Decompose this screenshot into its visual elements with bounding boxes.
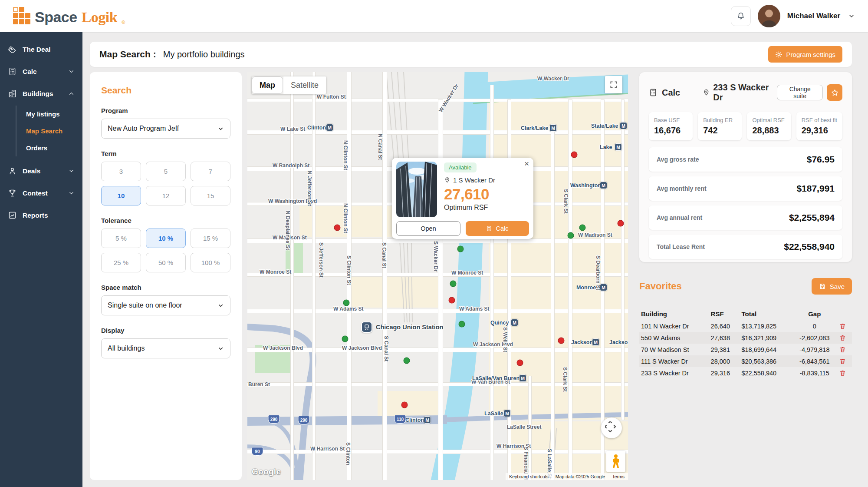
popup-optimum-rsf-caption: Optimum RSF bbox=[444, 204, 495, 212]
pan-control[interactable] bbox=[601, 417, 622, 438]
delete-favorite-button[interactable] bbox=[839, 334, 846, 341]
calc-rows: Avg gross rate$76.95Avg monthly rent$187… bbox=[649, 147, 842, 259]
google-logo: Google bbox=[252, 467, 281, 477]
map-canvas[interactable]: Chicago Union Station W Fulton StW Lake … bbox=[247, 72, 628, 480]
trophy-icon bbox=[8, 189, 17, 198]
calc-row: Avg annual rent$2,255,894 bbox=[649, 205, 842, 230]
tolerance-option-15%[interactable]: 15 % bbox=[191, 229, 230, 248]
map-type-satellite-button[interactable]: Satellite bbox=[283, 76, 326, 94]
building-marker-red[interactable] bbox=[571, 152, 578, 158]
trash-icon bbox=[839, 334, 846, 341]
delete-favorite-button[interactable] bbox=[839, 346, 846, 353]
building-marker-red[interactable] bbox=[618, 220, 624, 227]
metro-station-icon[interactable]: M bbox=[600, 182, 607, 189]
building-marker-red[interactable] bbox=[517, 360, 523, 366]
sidebar-item-calc[interactable]: Calc bbox=[0, 60, 82, 83]
fav-total: $13,719,825 bbox=[740, 320, 792, 332]
sidebar-item-contest[interactable]: Contest bbox=[0, 182, 82, 204]
building-marker-red[interactable] bbox=[334, 225, 341, 231]
metro-station-icon[interactable]: M bbox=[600, 284, 607, 291]
tolerance-option-100%[interactable]: 100 % bbox=[191, 253, 230, 272]
pegman-icon[interactable] bbox=[606, 451, 625, 472]
favorite-star-button[interactable] bbox=[827, 84, 842, 101]
building-marker-green[interactable] bbox=[579, 225, 586, 231]
metro-station-label: LaSalle/Van Buren bbox=[472, 375, 519, 381]
building-marker-red[interactable] bbox=[401, 402, 408, 408]
sidebar-item-orders[interactable]: Orders bbox=[26, 139, 82, 156]
sidebar-item-map-search[interactable]: Map Search bbox=[26, 123, 82, 139]
building-marker-green[interactable] bbox=[457, 246, 464, 252]
calc-stat-tile: Base USF16,676 bbox=[649, 112, 693, 140]
street-label: W Jackson Blvd bbox=[263, 345, 303, 351]
trash-icon bbox=[839, 369, 846, 377]
fav-actions bbox=[837, 344, 852, 355]
popup-calc-button[interactable]: Calc bbox=[466, 221, 529, 236]
program-settings-button[interactable]: Program settings bbox=[768, 46, 842, 63]
metro-station-icon[interactable]: M bbox=[511, 319, 518, 326]
sidebar-item-the-deal[interactable]: The Deal bbox=[0, 38, 82, 60]
building-marker-green[interactable] bbox=[459, 321, 465, 328]
metro-station-icon[interactable]: M bbox=[503, 410, 511, 417]
building-marker-green[interactable] bbox=[450, 281, 457, 287]
street-label: W Monroe St bbox=[260, 269, 291, 275]
map-type-map-button[interactable]: Map bbox=[252, 76, 283, 94]
term-option-12[interactable]: 12 bbox=[146, 186, 186, 205]
notifications-button[interactable] bbox=[731, 6, 751, 26]
metro-station-label: Quincy bbox=[490, 320, 509, 326]
user-name[interactable]: Michael Walker bbox=[787, 12, 840, 20]
metro-station-icon[interactable]: M bbox=[620, 122, 627, 129]
fullscreen-button[interactable] bbox=[605, 76, 622, 93]
change-suite-button[interactable]: Change suite bbox=[777, 85, 823, 100]
map-data-credit[interactable]: Map data ©2025 Google bbox=[556, 474, 605, 479]
metro-station-icon[interactable]: M bbox=[592, 338, 599, 346]
avatar[interactable] bbox=[758, 5, 780, 27]
chevron-down-icon[interactable] bbox=[848, 13, 855, 20]
tolerance-option-10%[interactable]: 10 % bbox=[146, 229, 186, 248]
tolerance-option-5%[interactable]: 5 % bbox=[101, 229, 141, 248]
save-button[interactable]: Save bbox=[812, 278, 852, 295]
building-marker-red[interactable] bbox=[449, 297, 455, 304]
fav-total: $20,563,386 bbox=[740, 355, 792, 367]
sidebar-item-my-listings[interactable]: My listings bbox=[26, 106, 82, 123]
highway-shield: 110 bbox=[395, 415, 406, 424]
calc-stat-value: 29,316 bbox=[802, 126, 837, 136]
delete-favorite-button[interactable] bbox=[839, 369, 846, 377]
favorites-column-header: Total bbox=[740, 308, 792, 320]
term-option-15[interactable]: 15 bbox=[191, 186, 230, 205]
terms-link[interactable]: Terms bbox=[612, 474, 625, 479]
sidebar-item-reports[interactable]: Reports bbox=[0, 204, 82, 226]
fav-building: 70 W Madison St bbox=[639, 344, 709, 355]
fav-rsf: 27,638 bbox=[709, 332, 740, 344]
keyboard-shortcuts-link[interactable]: Keyboard shortcuts bbox=[509, 474, 548, 479]
metro-station-label: Jackson bbox=[609, 339, 628, 345]
metro-station-icon[interactable]: M bbox=[326, 124, 333, 131]
term-option-5[interactable]: 5 bbox=[146, 162, 186, 181]
space-match-select[interactable]: Single suite on one floor bbox=[101, 295, 230, 315]
sidebar-item-deals[interactable]: Deals bbox=[0, 160, 82, 182]
metro-station-icon[interactable]: M bbox=[519, 374, 526, 382]
metro-station-icon[interactable]: M bbox=[549, 124, 557, 132]
building-marker-green[interactable] bbox=[568, 232, 574, 239]
popup-open-button[interactable]: Open bbox=[396, 221, 460, 236]
building-marker-green[interactable] bbox=[343, 300, 350, 306]
tolerance-option-50%[interactable]: 50 % bbox=[146, 253, 186, 272]
metro-station-icon[interactable]: M bbox=[615, 143, 622, 151]
delete-favorite-button[interactable] bbox=[839, 358, 846, 365]
delete-favorite-button[interactable] bbox=[839, 322, 846, 330]
display-select[interactable]: All buildings bbox=[101, 338, 230, 358]
street-label: S Canal St bbox=[383, 336, 389, 361]
term-option-3[interactable]: 3 bbox=[101, 162, 141, 181]
calc-row-value: $22,558,940 bbox=[784, 242, 835, 252]
program-select[interactable]: New Auto Program Jeff bbox=[101, 119, 230, 139]
tolerance-option-25%[interactable]: 25 % bbox=[101, 253, 141, 272]
building-marker-red[interactable] bbox=[558, 338, 565, 344]
building-marker-green[interactable] bbox=[404, 358, 410, 364]
term-option-7[interactable]: 7 bbox=[191, 162, 230, 181]
building-marker-green[interactable] bbox=[342, 336, 349, 342]
term-option-10[interactable]: 10 bbox=[101, 186, 141, 205]
sidebar-item-buildings[interactable]: Buildings bbox=[0, 83, 82, 105]
street-label: S Jefferson St bbox=[318, 242, 324, 278]
metro-station-icon[interactable]: M bbox=[424, 416, 431, 424]
fav-rsf: 26,640 bbox=[709, 320, 740, 332]
close-icon[interactable]: × bbox=[524, 159, 529, 168]
